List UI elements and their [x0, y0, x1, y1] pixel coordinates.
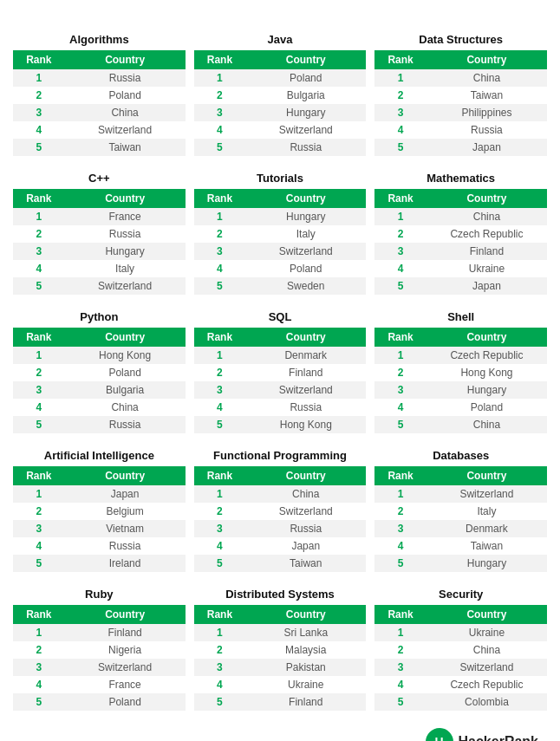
table-row: 2Switzerland [194, 503, 367, 520]
domain-block: ShellRankCountry1Czech Republic2Hong Kon… [374, 310, 547, 433]
header-rank: Rank [13, 50, 65, 69]
table-row: 2Bulgaria [194, 87, 367, 104]
header-rank: Rank [13, 328, 65, 347]
country-cell: Ireland [65, 555, 186, 572]
rank-cell: 4 [194, 399, 246, 416]
header-country: Country [427, 466, 547, 485]
rank-cell: 3 [374, 104, 427, 121]
country-cell: Pakistan [245, 659, 366, 676]
rank-cell: 2 [13, 87, 65, 104]
header-rank: Rank [194, 328, 246, 347]
rank-table: RankCountry1Finland2Nigeria3Switzerland4… [13, 605, 186, 711]
rank-table: RankCountry1Switzerland2Italy3Denmark4Ta… [374, 466, 547, 572]
table-row: 5Japan [374, 139, 547, 156]
header-rank: Rank [194, 189, 246, 208]
rank-cell: 2 [194, 225, 246, 243]
rank-cell: 1 [374, 208, 427, 225]
header-country: Country [427, 328, 547, 347]
country-cell: Russia [65, 416, 186, 433]
table-row: 5Hong Kong [194, 416, 367, 433]
rank-cell: 2 [13, 225, 65, 243]
country-cell: Bulgaria [245, 87, 366, 104]
header-country: Country [427, 189, 547, 208]
country-cell: Poland [65, 364, 186, 381]
country-cell: Switzerland [65, 277, 186, 295]
rank-cell: 2 [374, 364, 427, 381]
country-cell: Czech Republic [427, 225, 547, 243]
country-cell: China [427, 69, 547, 87]
rank-cell: 5 [374, 416, 427, 433]
header-rank: Rank [374, 189, 427, 208]
table-row: 2China [374, 641, 547, 659]
country-cell: Japan [65, 485, 186, 503]
domain-block: DatabasesRankCountry1Switzerland2Italy3D… [374, 449, 547, 572]
country-cell: China [65, 104, 186, 121]
country-cell: Finland [65, 624, 186, 641]
country-cell: Hungary [65, 243, 186, 260]
rank-cell: 2 [13, 503, 65, 520]
country-cell: Taiwan [65, 139, 186, 156]
table-row: 4Ukraine [374, 260, 547, 277]
rank-cell: 5 [374, 139, 427, 156]
rank-cell: 5 [13, 277, 65, 295]
rank-table: RankCountry1China2Switzerland3Russia4Jap… [194, 466, 367, 572]
rank-cell: 1 [13, 208, 65, 225]
country-cell: Russia [245, 520, 366, 537]
header-country: Country [245, 50, 366, 69]
country-cell: Czech Republic [427, 347, 547, 364]
country-cell: Japan [245, 537, 366, 555]
table-row: 4Russia [13, 537, 186, 555]
country-cell: Malaysia [245, 641, 366, 659]
domain-title: C++ [88, 172, 110, 185]
rank-cell: 1 [374, 69, 427, 87]
rank-cell: 2 [374, 225, 427, 243]
table-row: 5Russia [13, 416, 186, 433]
rank-cell: 2 [374, 641, 427, 659]
country-cell: Italy [65, 260, 186, 277]
rank-cell: 2 [374, 503, 427, 520]
country-cell: Hungary [245, 208, 366, 225]
table-row: 3Switzerland [194, 243, 367, 260]
rank-cell: 2 [13, 364, 65, 381]
rank-cell: 2 [194, 503, 246, 520]
country-cell: China [427, 416, 547, 433]
header-country: Country [245, 605, 366, 624]
header-rank: Rank [13, 605, 65, 624]
table-row: 4Russia [194, 399, 367, 416]
country-cell: Hong Kong [427, 364, 547, 381]
country-cell: Russia [427, 121, 547, 139]
country-cell: Switzerland [427, 485, 547, 503]
table-row: 1Denmark [194, 347, 367, 364]
header-country: Country [65, 189, 186, 208]
rank-cell: 2 [13, 641, 65, 659]
hackerrank-logo: H HackerRank [426, 728, 539, 741]
rank-table: RankCountry1Japan2Belgium3Vietnam4Russia… [13, 466, 186, 572]
table-row: 5Taiwan [13, 139, 186, 156]
country-cell: Sri Lanka [245, 624, 366, 641]
table-row: 1Czech Republic [374, 347, 547, 364]
country-cell: Hungary [245, 104, 366, 121]
table-row: 4Taiwan [374, 537, 547, 555]
table-row: 3Switzerland [13, 659, 186, 676]
rank-cell: 4 [374, 537, 427, 555]
header-rank: Rank [374, 605, 427, 624]
domain-block: MathematicsRankCountry1China2Czech Repub… [374, 172, 547, 295]
header-rank: Rank [13, 466, 65, 485]
country-cell: Philippines [427, 104, 547, 121]
domain-block: RubyRankCountry1Finland2Nigeria3Switzerl… [13, 588, 186, 711]
table-row: 2Malaysia [194, 641, 367, 659]
table-row: 1China [374, 208, 547, 225]
rank-table: RankCountry1Poland2Bulgaria3Hungary4Swit… [194, 50, 367, 156]
table-row: 5Russia [194, 139, 367, 156]
table-row: 2Nigeria [13, 641, 186, 659]
domain-block: SQLRankCountry1Denmark2Finland3Switzerla… [194, 310, 367, 433]
rank-cell: 4 [374, 399, 427, 416]
country-cell: Poland [245, 260, 366, 277]
rank-cell: 5 [194, 416, 246, 433]
header-country: Country [245, 328, 366, 347]
header-country: Country [427, 605, 547, 624]
rank-cell: 3 [374, 659, 427, 676]
country-cell: Taiwan [427, 537, 547, 555]
header-country: Country [65, 50, 186, 69]
domain-block: C++RankCountry1France2Russia3Hungary4Ita… [13, 172, 186, 295]
